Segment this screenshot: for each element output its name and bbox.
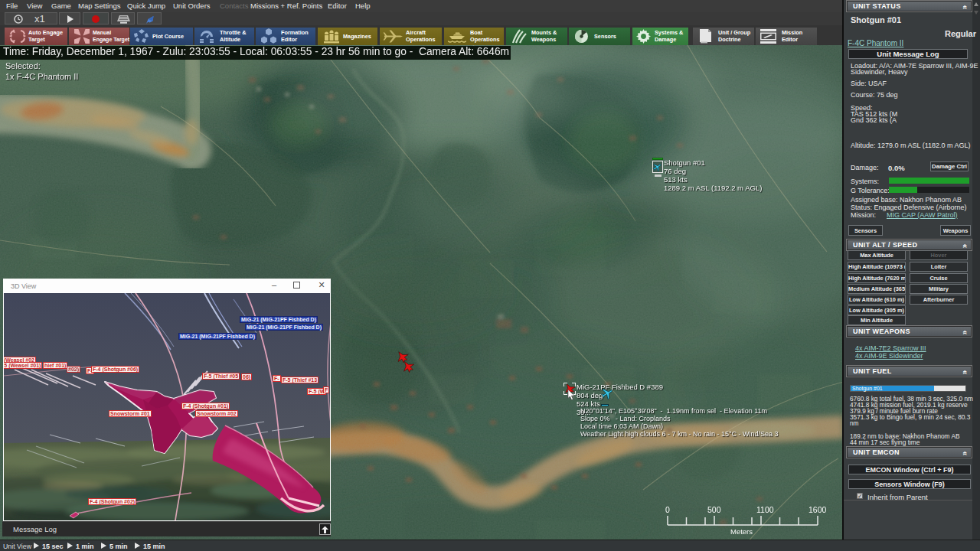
svg-text:1100: 1100 [756, 505, 774, 514]
svg-text:1600: 1600 [808, 505, 827, 514]
svg-text:0: 0 [665, 505, 670, 514]
svg-text:Meters: Meters [730, 527, 753, 536]
svg-text:500: 500 [707, 505, 721, 514]
